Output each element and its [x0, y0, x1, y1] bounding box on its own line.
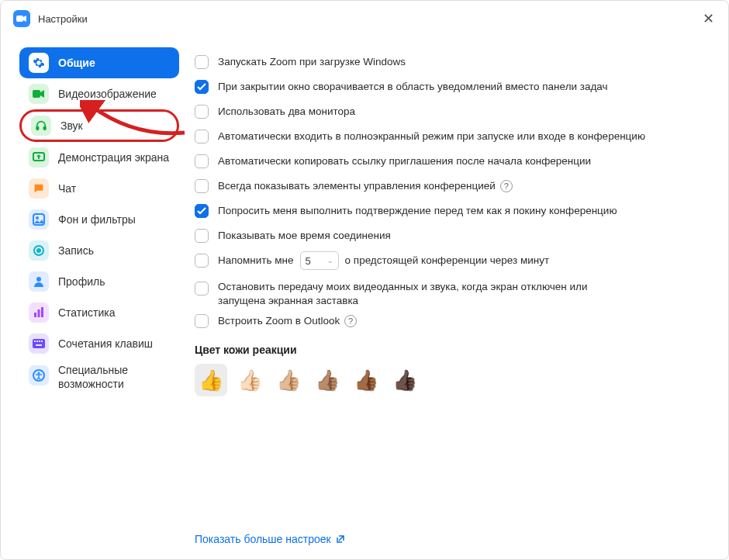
option-label: Попросить меня выполнить подтверждение п… [218, 204, 617, 218]
sidebar-item-label: Демонстрация экрана [58, 151, 169, 164]
svg-rect-14 [34, 340, 36, 342]
option-show-connected-time: Показывать мое время соединения [195, 224, 708, 247]
svg-rect-16 [39, 340, 40, 342]
sidebar: Общие Видеоизображение Звук Демонстрация… [1, 36, 187, 559]
svg-rect-10 [34, 313, 36, 317]
checkbox[interactable] [195, 254, 209, 268]
sidebar-item-label: Чат [58, 182, 76, 195]
sidebar-item-video[interactable]: Видеоизображение [19, 78, 179, 109]
option-label: Остановить передачу моих видеоданных и з… [218, 280, 637, 308]
option-label: Использовать два монитора [218, 105, 355, 119]
checkbox[interactable] [195, 204, 209, 218]
reaction-skin-option[interactable]: 👍🏻 [233, 364, 266, 396]
svg-rect-13 [33, 339, 45, 348]
checkbox[interactable] [195, 105, 209, 119]
reaction-skin-option[interactable]: 👍🏾 [350, 364, 382, 396]
remind-minutes-select[interactable]: 5 ⌄ [300, 251, 339, 270]
sidebar-item-label: Звук [60, 119, 83, 132]
sidebar-item-recording[interactable]: Запись [19, 235, 179, 266]
sidebar-item-chat[interactable]: Чат [19, 173, 179, 204]
option-outlook-integration: Встроить Zoom в Outlook ? [195, 309, 708, 333]
share-screen-icon [29, 147, 49, 168]
checkbox[interactable] [195, 80, 209, 94]
window-title: Настройки [38, 13, 88, 25]
settings-content: Запускать Zoom при загрузке Windows При … [187, 36, 728, 559]
show-more-settings-link[interactable]: Показать больше настроек [195, 502, 708, 545]
keyboard-icon [29, 334, 49, 354]
sidebar-item-label: Статистика [58, 306, 116, 319]
svg-point-20 [38, 372, 40, 375]
option-confirm-leave: Попросить меня выполнить подтверждение п… [195, 199, 708, 223]
sidebar-item-label: Профиль [58, 275, 105, 288]
checkbox[interactable] [195, 229, 209, 243]
close-icon[interactable]: ✕ [703, 12, 714, 26]
option-stop-av-on-screensaver: Остановить передачу моих видеоданных и з… [195, 280, 708, 308]
sidebar-item-screenshare[interactable]: Демонстрация экрана [19, 142, 179, 173]
option-label: При закрытии окно сворачивается в област… [218, 80, 608, 94]
option-remind-me: Напомнить мне 5 ⌄ о предстоящей конферен… [195, 249, 708, 272]
svg-rect-1 [33, 90, 40, 98]
accessibility-icon [29, 365, 49, 385]
stats-icon [29, 302, 49, 323]
option-dual-monitors: Использовать два монитора [195, 100, 708, 123]
option-fullscreen-on-join: Автоматически входить в полноэкранный ре… [195, 125, 708, 148]
option-label: Встроить Zoom в Outlook [218, 314, 340, 328]
sidebar-item-general[interactable]: Общие [19, 47, 179, 78]
svg-rect-2 [36, 126, 39, 130]
sidebar-item-accessibility[interactable]: Специальные возможности [19, 359, 179, 396]
svg-rect-11 [38, 309, 40, 317]
reaction-skin-option[interactable]: 👍🏼 [272, 364, 305, 396]
sidebar-item-shortcuts[interactable]: Сочетания клавиш [19, 328, 179, 359]
sidebar-item-label: Общие [58, 57, 95, 69]
option-always-show-controls: Всегда показывать элементы управления ко… [195, 175, 708, 198]
sidebar-item-profile[interactable]: Профиль [19, 266, 179, 297]
checkbox[interactable] [195, 55, 209, 69]
option-label: Запускать Zoom при загрузке Windows [218, 55, 406, 69]
titlebar: Настройки ✕ [1, 1, 728, 36]
help-icon[interactable]: ? [344, 315, 357, 327]
option-label: Напомнить мне [218, 254, 294, 268]
svg-rect-3 [43, 126, 46, 130]
option-label: о предстоящей конференции через минут [345, 254, 550, 268]
external-link-icon [336, 534, 345, 544]
reaction-skin-picker: 👍 👍🏻 👍🏼 👍🏽 👍🏾 👍🏿 [195, 364, 708, 396]
reaction-skin-title: Цвет кожи реакции [195, 344, 708, 356]
help-icon[interactable]: ? [500, 180, 513, 192]
sidebar-item-statistics[interactable]: Статистика [19, 297, 179, 328]
checkbox[interactable] [195, 130, 209, 143]
sidebar-item-label: Фон и фильтры [58, 213, 136, 226]
remind-minutes-value: 5 [306, 255, 311, 267]
sidebar-item-label: Специальные возможности [58, 364, 170, 391]
gear-icon [29, 53, 49, 73]
option-minimize-to-tray: При закрытии окно сворачивается в област… [195, 75, 708, 99]
svg-point-9 [36, 277, 41, 282]
svg-point-6 [36, 216, 39, 220]
sidebar-item-background[interactable]: Фон и фильтры [19, 204, 179, 235]
option-copy-invite-link: Автоматически копировать ссылку приглаше… [195, 150, 708, 173]
svg-rect-12 [41, 307, 43, 317]
svg-rect-17 [41, 340, 43, 342]
sidebar-item-audio[interactable]: Звук [19, 109, 179, 142]
option-label: Показывать мое время соединения [218, 229, 391, 243]
svg-point-8 [36, 248, 41, 253]
svg-rect-0 [16, 16, 23, 22]
record-icon [29, 240, 49, 261]
camera-icon [29, 84, 49, 104]
svg-rect-15 [36, 340, 38, 342]
profile-icon [29, 271, 49, 292]
option-start-on-boot: Запускать Zoom при загрузке Windows [195, 50, 708, 74]
option-label: Автоматически входить в полноэкранный ре… [218, 130, 645, 143]
reaction-skin-option[interactable]: 👍🏿 [389, 364, 421, 396]
reaction-skin-option[interactable]: 👍 [195, 364, 227, 396]
checkbox[interactable] [195, 314, 209, 328]
svg-rect-18 [36, 344, 42, 346]
headphones-icon [31, 116, 51, 136]
chevron-down-icon: ⌄ [327, 257, 333, 264]
sidebar-item-label: Запись [58, 244, 94, 257]
checkbox[interactable] [195, 282, 209, 296]
checkbox[interactable] [195, 154, 209, 168]
checkbox[interactable] [195, 179, 209, 193]
link-label: Показать больше настроек [195, 533, 331, 545]
reaction-skin-option[interactable]: 👍🏽 [311, 364, 344, 396]
option-label: Автоматически копировать ссылку приглаше… [218, 154, 591, 168]
